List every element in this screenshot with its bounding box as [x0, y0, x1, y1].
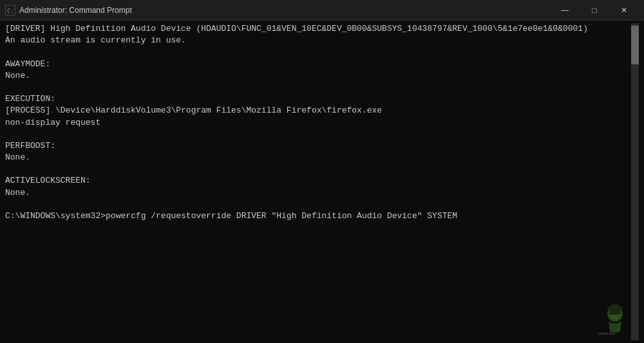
svg-text:C:\: C:\: [7, 8, 15, 14]
terminal-content[interactable]: [DRIVER] High Definition Audio Device (H…: [5, 23, 631, 340]
terminal-line: [5, 257, 631, 269]
terminal-line: [PROCESS] \Device\HarddiskVolume3\Progra…: [5, 105, 631, 116]
terminal-line: PERFBOOST:: [5, 140, 631, 152]
window-title: Administrator: Command Prompt: [19, 6, 132, 15]
cmd-icon: C:\: [5, 5, 15, 15]
title-bar-controls: — □ ✕: [550, 0, 639, 21]
title-bar: C:\ Administrator: Command Prompt — □ ✕: [0, 0, 644, 21]
watermark: wsxun.com: [599, 302, 631, 338]
scrollbar[interactable]: [631, 23, 639, 340]
terminal-line: non-display request: [5, 117, 631, 129]
terminal-window: [DRIVER] High Definition Audio Device (H…: [0, 21, 644, 343]
terminal-line: [5, 129, 631, 140]
scrollbar-thumb[interactable]: [631, 26, 639, 64]
svg-rect-10: [611, 304, 619, 308]
terminal-line: None.: [5, 70, 631, 82]
terminal-line: [5, 222, 631, 234]
terminal-line: ACTIVELOCKSCREEN:: [5, 175, 631, 187]
minimize-button[interactable]: —: [550, 0, 580, 21]
terminal-line: [5, 46, 631, 58]
title-bar-left: C:\ Administrator: Command Prompt: [5, 5, 132, 15]
terminal-line: EXECUTION:: [5, 93, 631, 105]
terminal-line: None.: [5, 152, 631, 163]
maximize-button[interactable]: □: [580, 0, 609, 21]
svg-point-4: [611, 311, 614, 313]
terminal-line: [5, 82, 631, 93]
terminal-line: [5, 163, 631, 175]
terminal-line: [5, 199, 631, 210]
svg-text:wsxun.com: wsxun.com: [599, 331, 615, 335]
terminal-line: None.: [5, 187, 631, 199]
terminal-line: [5, 269, 631, 281]
terminal-line: [5, 246, 631, 257]
watermark-icon: wsxun.com: [599, 302, 631, 335]
svg-point-5: [616, 311, 619, 313]
terminal-line: [5, 281, 631, 292]
terminal-line: [5, 234, 631, 245]
terminal-line: AWAYMODE:: [5, 59, 631, 70]
terminal-line: C:\WINDOWS\system32>powercfg /requestove…: [5, 210, 631, 222]
close-button[interactable]: ✕: [609, 0, 639, 21]
terminal-line: [DRIVER] High Definition Audio Device (H…: [5, 23, 631, 35]
terminal-line: An audio stream is currently in use.: [5, 35, 631, 46]
